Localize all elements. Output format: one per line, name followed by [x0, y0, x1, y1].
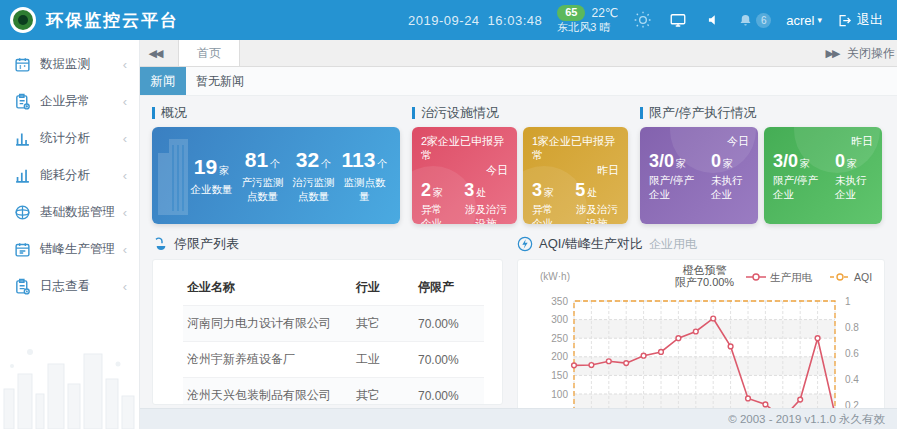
close-operations-button[interactable]: 关闭操作	[847, 40, 897, 66]
calendar-icon	[14, 241, 31, 258]
abnormal-enterprises-stat: 3家 异常企业	[532, 180, 561, 224]
chevron-left-icon: ‹	[123, 94, 127, 109]
brand: 环保监控云平台	[10, 7, 179, 33]
stat-pollution-points: 81个 产污监测点数量	[237, 148, 288, 203]
table-cell: 70.00%	[414, 342, 484, 378]
chevron-left-icon: ‹	[123, 205, 127, 220]
table-cell: 70.00%	[414, 378, 484, 406]
logout-button[interactable]: 退出	[837, 11, 883, 29]
stop-limit-table-body: 河南同力电力设计有限公司其它70.00%沧州宇新养殖设备厂工业70.00%沧州天…	[183, 306, 484, 406]
faucet-icon	[152, 236, 168, 252]
date-text: 2019-09-24	[408, 13, 480, 28]
table-cell: 其它	[352, 378, 414, 406]
table-column-header: 停限产	[414, 272, 484, 306]
sidebar-item-base-data[interactable]: 基础数据管理 ‹	[0, 194, 139, 231]
svg-text:100: 100	[551, 389, 568, 400]
logout-label: 退出	[857, 11, 883, 29]
sidebar-item-statistics[interactable]: 统计分析 ‹	[0, 120, 139, 157]
sidebar-item-data-monitoring[interactable]: 数据监测 ‹	[0, 46, 139, 83]
abnormal-enterprises-stat: 2家 异常企业	[421, 180, 450, 224]
table-row: 沧州天兴包装制品有限公司其它70.00%	[183, 378, 484, 406]
svg-text:200: 200	[551, 351, 568, 362]
svg-text:限产70.00%: 限产70.00%	[675, 276, 735, 288]
chevron-left-icon: ‹	[123, 242, 127, 257]
facility-today-card: 2家企业已申报异常 今日 2家 异常企业 3处 涉及治污设施	[412, 127, 517, 224]
limit-stop-enterprises-stat: 3/0家 限产/停产企业	[773, 151, 821, 201]
svg-text:250: 250	[551, 333, 568, 344]
clipboard-icon	[14, 93, 31, 110]
dashboard-content: 概况 19家 企业数量 81个	[140, 96, 897, 408]
limit-today-card: 今日 3/0家 限产/停产企业 0家 未执行企业	[640, 127, 758, 224]
globe-icon	[14, 204, 31, 221]
city-skyline-illustration	[0, 334, 140, 429]
wind-weather-text: 东北风3 晴	[557, 21, 618, 35]
time-text: 16:03:48	[488, 13, 543, 28]
footer: © 2003 - 2019 v1.1.0 永久有效	[140, 408, 897, 429]
involved-facilities-stat: 3处 涉及治污设施	[464, 180, 508, 224]
table-cell: 70.00%	[414, 306, 484, 342]
table-row: 沧州宇新养殖设备厂工业70.00%	[183, 342, 484, 378]
building-watermark-icon	[156, 135, 190, 215]
title-bar-accent	[412, 107, 415, 119]
sidebar-item-enterprise-abnormal[interactable]: 企业异常 ‹	[0, 83, 139, 120]
table-column-header: 行业	[352, 272, 414, 306]
speaker-icon[interactable]	[703, 10, 723, 30]
table-cell: 其它	[352, 306, 414, 342]
log-icon	[14, 278, 31, 295]
table-cell: 工业	[352, 342, 414, 378]
stop-limit-table-head-row: 企业名称行业停限产	[183, 272, 484, 306]
monitor-icon[interactable]	[668, 10, 688, 30]
stop-limit-list-title: 停限产列表	[152, 234, 503, 254]
app-root: 环保监控云平台 2019-09-2416:03:48 65 22℃ 东北风3 晴	[0, 0, 897, 429]
notifications-button[interactable]: 6	[738, 13, 771, 28]
pollution-facility-section: 治污设施情况 2家企业已申报异常 今日 2家 异常企业	[412, 105, 628, 224]
non-executing-enterprises-stat: 0家 未执行企业	[835, 151, 873, 201]
sidebar: 数据监测 ‹ 企业异常 ‹ 统计分析 ‹ 能耗分析 ‹ 基础数据管理 ‹	[0, 40, 140, 429]
stat-monitor-points: 113个 监测点数量	[339, 148, 390, 203]
facility-yesterday-card: 1家企业已申报异常 昨日 3家 异常企业 5处 涉及治污设施	[523, 127, 628, 224]
sidebar-item-peak-production[interactable]: 错峰生产管理 ‹	[0, 231, 139, 268]
production-limit-title: 限产/停产执行情况	[640, 105, 882, 121]
svg-text:300: 300	[551, 314, 568, 325]
non-executing-enterprises-stat: 0家 未执行企业	[711, 151, 749, 201]
bar-chart-icon	[14, 167, 31, 184]
limit-yesterday-card: 昨日 3/0家 限产/停产企业 0家 未执行企业	[764, 127, 882, 224]
datetime: 2019-09-2416:03:48	[408, 13, 542, 28]
notification-count-badge: 6	[756, 13, 771, 28]
table-row: 河南同力电力设计有限公司其它70.00%	[183, 306, 484, 342]
lightning-circle-icon	[517, 236, 533, 252]
table-cell: 河南同力电力设计有限公司	[183, 306, 352, 342]
sidebar-item-energy-analysis[interactable]: 能耗分析 ‹	[0, 157, 139, 194]
chevron-down-icon: ▾	[817, 15, 822, 25]
limit-stop-enterprises-stat: 3/0家 限产/停产企业	[649, 151, 697, 201]
tabs-scroll-right-button[interactable]: ▶▶	[817, 40, 847, 66]
svg-text:生产用电: 生产用电	[770, 271, 813, 283]
tabs-scroll-left-button[interactable]: ◀◀	[140, 40, 170, 66]
pollution-facility-title: 治污设施情况	[412, 105, 628, 121]
chevron-left-icon: ‹	[123, 168, 127, 183]
user-menu[interactable]: acrel▾	[786, 13, 822, 28]
sun-icon	[633, 10, 653, 30]
news-bar: 新闻 暂无新闻	[140, 67, 897, 96]
aqi-comparison-title: AQI/错峰生产对比 企业用电	[517, 234, 885, 254]
table-cell: 沧州宇新养殖设备厂	[183, 342, 352, 378]
svg-text:150: 150	[551, 370, 568, 381]
news-label: 新闻	[140, 67, 186, 95]
bar-chart-icon	[14, 130, 31, 147]
header-right: 2019-09-2416:03:48 65 22℃ 东北风3 晴	[408, 5, 883, 35]
tab-home[interactable]: 首页	[178, 40, 240, 66]
news-content: 暂无新闻	[196, 67, 244, 95]
platform-logo-icon	[10, 7, 36, 33]
sidebar-item-logs[interactable]: 日志查看 ‹	[0, 268, 139, 305]
stop-limit-list-section: 停限产列表 企业名称行业停限产 河南同力电力设计有限公司其它70.00%沧州宇新…	[152, 234, 503, 408]
tab-bar: ◀◀ 首页 ▶▶ 关闭操作	[140, 40, 897, 67]
aqi-production-chart: 35030025020015010010.80.60.40.2(kW·h)橙色预…	[518, 260, 884, 408]
aqi-comparison-section: AQI/错峰生产对比 企业用电 35030025020015010010.80.…	[517, 234, 885, 408]
svg-text:0.6: 0.6	[845, 348, 859, 359]
bell-icon	[738, 13, 753, 28]
aqi-badge: 65	[557, 5, 585, 21]
svg-text:橙色预警: 橙色预警	[683, 264, 727, 276]
title-bar-accent	[152, 107, 155, 119]
app-title: 环保监控云平台	[46, 9, 179, 32]
stat-enterprise-count: 19家 企业数量	[186, 155, 237, 196]
